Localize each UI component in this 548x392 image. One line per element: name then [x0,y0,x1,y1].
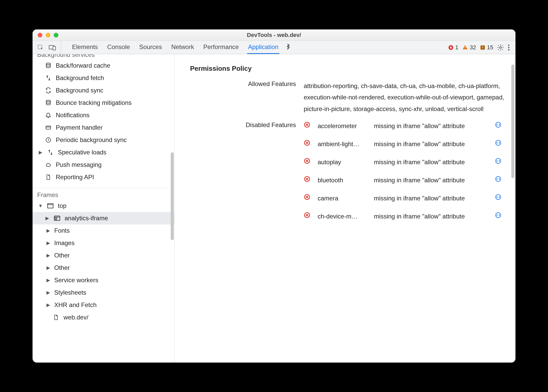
frame-folder-fonts[interactable]: ▶ Fonts [33,224,174,237]
disclosure-triangle-icon[interactable]: ▶ [46,277,51,283]
feature-reason: missing in iframe "allow" attribute [374,194,490,203]
minimize-window-button[interactable] [46,33,50,37]
disabled-feature-row: cameramissing in iframe "allow" attribut… [304,194,505,203]
sidebar-item-background-sync[interactable]: Background sync [33,84,174,97]
window-title: DevTools - web.dev/ [33,32,515,38]
disclosure-triangle-icon[interactable]: ▶ [46,265,51,271]
folder-label: Fonts [54,227,70,234]
frame-folder-stylesheets[interactable]: ▶ Stylesheets [33,286,174,299]
disabled-features-label: Disabled Features [190,121,304,129]
feature-name: autoplay [318,158,369,167]
error-count-value: 1 [455,44,458,51]
svg-point-28 [496,158,501,163]
settings-button[interactable] [497,44,504,51]
reveal-in-elements-icon[interactable] [495,194,505,203]
reveal-in-elements-icon[interactable] [495,121,505,131]
traffic-lights [33,33,58,37]
database-icon [44,100,52,106]
issues-count[interactable]: 15 [480,44,493,51]
svg-rect-8 [482,48,483,49]
tab-elements[interactable]: Elements [71,41,99,54]
disclosure-triangle-icon[interactable]: ▶ [46,253,51,258]
frame-folder-images[interactable]: ▶ Images [33,237,174,249]
inspect-element-icon[interactable] [37,44,44,51]
svg-point-9 [500,46,502,48]
svg-point-34 [496,213,501,218]
frame-folder-other[interactable]: ▶ Other [33,249,174,262]
disclosure-triangle-icon[interactable]: ▶ [46,302,51,308]
sidebar-item-payment-handler[interactable]: Payment handler [33,121,174,134]
folder-label: Other [54,252,70,259]
cloud-icon [44,162,52,168]
device-toolbar-icon[interactable] [49,44,56,51]
frame-folder-xhr-fetch[interactable]: ▶ XHR and Fetch [33,299,174,311]
panel-tabs: Elements Console Sources Network Perform… [61,41,279,54]
sidebar-label: Periodic background sync [56,136,127,144]
tab-performance[interactable]: Performance [202,41,240,54]
reveal-in-elements-icon[interactable] [495,212,505,221]
reveal-in-elements-icon[interactable] [495,139,505,149]
tab-application[interactable]: Application [247,41,279,54]
sidebar-label: Background fetch [56,74,104,82]
disclosure-triangle-icon[interactable]: ▼ [38,203,43,209]
sidebar-item-background-fetch[interactable]: Background fetch [33,72,174,84]
sidebar-item-speculative-loads[interactable]: ▶ Speculative loads [33,146,174,159]
disclosure-triangle-icon[interactable]: ▶ [46,228,51,233]
bell-icon [44,112,52,118]
sidebar-item-periodic-sync[interactable]: Periodic background sync [33,134,174,146]
zoom-window-button[interactable] [54,33,58,37]
feature-name: ambient-light… [318,139,369,149]
frame-resource-webdev[interactable]: web.dev/ [33,311,174,324]
sidebar-scrollbar[interactable] [171,152,174,240]
sidebar-item-reporting-api[interactable]: Reporting API [33,171,174,183]
main-scrollbar[interactable] [511,65,514,178]
frame-folder-service-workers[interactable]: ▶ Service workers [33,274,174,286]
sync-icon [44,87,52,93]
svg-rect-4 [465,46,465,48]
svg-rect-18 [48,203,53,208]
tab-console[interactable]: Console [106,41,131,54]
frame-analytics-iframe[interactable]: ▶ analytics-iframe [33,212,174,224]
disclosure-triangle-icon[interactable]: ▶ [38,150,43,155]
frame-label: top [58,202,66,209]
disabled-feature-row: accelerometermissing in iframe "allow" a… [304,121,505,131]
database-icon [44,62,52,69]
sidebar-item-notifications[interactable]: Notifications [33,109,174,121]
blocked-icon [304,212,313,221]
close-window-button[interactable] [38,33,42,37]
devtools-toolbar: Elements Console Sources Network Perform… [33,41,515,54]
tab-sources[interactable]: Sources [138,41,163,54]
tab-network[interactable]: Network [170,41,195,54]
disclosure-triangle-icon[interactable]: ▶ [45,215,50,221]
titlebar: DevTools - web.dev/ [33,29,515,41]
reveal-in-elements-icon[interactable] [495,158,505,167]
blocked-icon [304,176,313,185]
body: Background services Back/forward cache B… [33,54,515,363]
blocked-icon [304,121,313,131]
folder-label: XHR and Fetch [54,301,97,309]
disclosure-triangle-icon[interactable]: ▶ [46,290,51,295]
frame-folder-other-2[interactable]: ▶ Other [33,262,174,274]
sidebar-item-push-messaging[interactable]: Push messaging [33,159,174,171]
warning-count[interactable]: 32 [462,44,476,51]
document-icon [44,174,52,180]
error-count[interactable]: 1 [448,44,458,51]
feature-reason: missing in iframe "allow" attribute [374,158,490,167]
frame-icon [46,203,54,209]
iframe-icon [53,215,61,221]
svg-point-14 [46,100,50,102]
sidebar-item-bounce-tracking[interactable]: Bounce tracking mitigations [33,97,174,109]
sidebar-label: Payment handler [56,124,103,131]
svg-rect-2 [53,46,56,50]
disclosure-triangle-icon[interactable]: ▶ [46,240,51,246]
sidebar-item-bfcache[interactable]: Back/forward cache [33,59,174,72]
reveal-in-elements-icon[interactable] [495,176,505,185]
more-tabs-button[interactable] [279,44,297,51]
more-options-button[interactable] [508,44,510,51]
frame-top[interactable]: ▼ top [33,200,174,212]
folder-label: Stylesheets [54,289,86,296]
blocked-icon [304,158,313,167]
feature-reason: missing in iframe "allow" attribute [374,121,490,131]
feature-name: accelerometer [318,121,369,131]
panel-title: Permissions Policy [190,65,505,73]
